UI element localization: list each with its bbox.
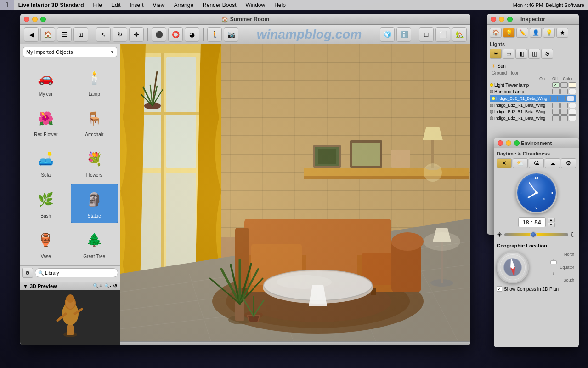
insp-home-btn[interactable]: 🏠 <box>490 28 502 38</box>
list-btn[interactable]: ☰ <box>57 27 72 42</box>
env-minimize-btn[interactable] <box>506 140 511 146</box>
sphere-btn[interactable]: ⚫ <box>152 27 166 42</box>
lat-slider-thumb[interactable] <box>550 260 557 264</box>
rotate-btn[interactable]: ↻ <box>113 27 127 42</box>
light-toolbar-btn2[interactable]: ◧ <box>515 49 527 59</box>
file-menu[interactable]: File <box>89 0 107 10</box>
object-item-mycar[interactable]: 🚗 My car <box>22 62 70 101</box>
light-row-4[interactable]: Indigo_Ed2_R1_Beta_Wing <box>490 109 576 115</box>
insp-edit-btn[interactable]: ✏️ <box>516 28 528 38</box>
sun-slider-thumb[interactable] <box>530 231 537 238</box>
lat-slider-track[interactable] <box>553 259 554 262</box>
light-color-2[interactable] <box>567 96 574 101</box>
light-toggle-on-0[interactable]: ✓ <box>552 82 560 88</box>
object-item-vase[interactable]: 🏺 Vase <box>22 224 70 264</box>
back-button[interactable]: ◀ <box>24 27 39 42</box>
light-item-sun[interactable]: ☀ Sun <box>490 63 576 69</box>
arc-btn[interactable]: ◕ <box>185 27 199 42</box>
env-close-btn[interactable] <box>498 140 503 146</box>
circle-btn[interactable]: ⭕ <box>168 27 183 42</box>
light-color-3[interactable] <box>569 103 576 108</box>
inspector-minimize-btn[interactable] <box>499 17 504 22</box>
object-item-statue[interactable]: 🗿 Statue <box>71 184 119 223</box>
light-row-2[interactable]: Indigo_Ed2_R1_Beta_Wing <box>490 95 576 102</box>
light-toggle-off-5[interactable] <box>560 115 568 121</box>
insp-person-btn[interactable]: 👤 <box>530 28 542 38</box>
insert-menu[interactable]: Insert <box>125 0 148 10</box>
home-icon-btn[interactable]: 🏠 <box>40 27 55 42</box>
object-item-greattree[interactable]: 🌲 Great Tree <box>71 224 119 264</box>
day-btn-overcast[interactable]: ☁ <box>545 158 560 168</box>
light-color-4[interactable] <box>569 109 576 115</box>
close-button[interactable] <box>24 17 29 22</box>
settings-tool-btn[interactable]: ⚙ <box>22 268 33 278</box>
light-row-0[interactable]: Light Tower lamp ✓ <box>490 82 576 88</box>
house-btn[interactable]: 🏡 <box>452 27 467 42</box>
render-menu[interactable]: Render Boost <box>198 0 241 10</box>
object-item-redflower[interactable]: 🌺 Red Flower <box>22 102 70 142</box>
time-input[interactable] <box>518 217 546 227</box>
sun-slider-track[interactable] <box>504 233 568 236</box>
light-color-1[interactable] <box>569 89 576 94</box>
light-toggle-off-3[interactable] <box>560 103 568 108</box>
move-btn[interactable]: ✥ <box>129 27 144 42</box>
light-row-5[interactable]: Indigo_Ed2_R1_Beta_Wing <box>490 115 576 121</box>
view-menu[interactable]: View <box>148 0 170 10</box>
day-btn-sunny[interactable]: ☀ <box>497 158 512 168</box>
light-toggle-off-2[interactable] <box>559 96 566 101</box>
tree-btn[interactable]: ⊞ <box>74 27 88 42</box>
light-toggle-off-1[interactable] <box>560 89 568 94</box>
light-toggle-on-4[interactable] <box>552 109 560 115</box>
time-step-up[interactable]: ▲ <box>548 218 555 222</box>
insp-star-btn[interactable]: ★ <box>556 28 568 38</box>
obj-btn[interactable]: 🧊 <box>380 27 395 42</box>
day-btn-settings[interactable]: ⚙ <box>561 158 576 168</box>
main-canvas[interactable] <box>120 44 470 345</box>
object-item-bush[interactable]: 🌿 Bush <box>22 184 70 223</box>
light-color-0[interactable] <box>569 82 576 88</box>
preview-zoom-out-icon[interactable]: 🔍- <box>104 283 111 288</box>
minimize-button[interactable] <box>32 17 38 22</box>
env-maximize-btn[interactable] <box>514 140 520 146</box>
object-item-lamp[interactable]: 🕯️ Lamp <box>71 62 119 101</box>
window-menu[interactable]: Window <box>241 0 270 10</box>
light-toolbar-btn3[interactable]: ◫ <box>528 49 540 59</box>
lat-slider-track2[interactable] <box>553 272 554 275</box>
show-compass-checkbox[interactable]: ✓ <box>497 286 502 292</box>
light-toggle-off-4[interactable] <box>560 109 568 115</box>
light-toolbar-btn0[interactable]: ☀ <box>490 49 502 59</box>
light-toggle-on-1[interactable] <box>552 89 560 94</box>
cursor-btn[interactable]: ↖ <box>96 27 111 42</box>
resize-bar[interactable] <box>120 341 470 345</box>
insp-bulb-btn[interactable]: 💡 <box>543 28 555 38</box>
light-toggle-on-2[interactable] <box>550 96 558 101</box>
light-color-5[interactable] <box>569 115 576 121</box>
day-btn-partly[interactable]: ⛅ <box>513 158 528 168</box>
objects-dropdown[interactable]: My Imported Objects ▼ <box>23 47 117 57</box>
light-toolbar-btn4[interactable]: ⚙ <box>541 49 553 59</box>
maximize-button[interactable] <box>40 17 46 22</box>
light-row-1[interactable]: Bamboo Lamp <box>490 88 576 95</box>
help-menu[interactable]: Help <box>270 0 290 10</box>
object-item-sofa[interactable]: 🛋️ Sofa <box>22 143 70 182</box>
person-btn[interactable]: 🚶 <box>207 27 222 42</box>
light-toolbar-btn1[interactable]: ▭ <box>503 49 514 59</box>
light-toggle-off-0[interactable] <box>560 82 568 88</box>
preview-refresh-icon[interactable]: ↺ <box>113 283 117 289</box>
search-bar[interactable]: 🔍 Library <box>35 268 118 277</box>
app-name-menu[interactable]: Live Interior 3D Standard <box>14 0 89 10</box>
camera-btn[interactable]: 📷 <box>224 27 238 42</box>
light-row-3[interactable]: Indigo_Ed2_R1_Beta_Wing <box>490 102 576 109</box>
inspector-maximize-btn[interactable] <box>507 17 513 22</box>
apple-menu[interactable]:  <box>0 0 14 10</box>
day-btn-cloudy[interactable]: 🌤 <box>529 158 544 168</box>
view2d-btn[interactable]: □ <box>419 27 434 42</box>
insp-light-btn[interactable]: 💡 <box>503 28 515 38</box>
light-toggle-on-5[interactable] <box>552 115 560 121</box>
view3d-btn[interactable]: ⬜ <box>435 27 450 42</box>
info-btn[interactable]: ℹ️ <box>396 27 411 42</box>
object-item-armchair[interactable]: 🪑 Armchair <box>71 102 119 142</box>
arrange-menu[interactable]: Arrange <box>169 0 198 10</box>
time-step-down[interactable]: ▼ <box>548 223 555 227</box>
edit-menu[interactable]: Edit <box>107 0 125 10</box>
